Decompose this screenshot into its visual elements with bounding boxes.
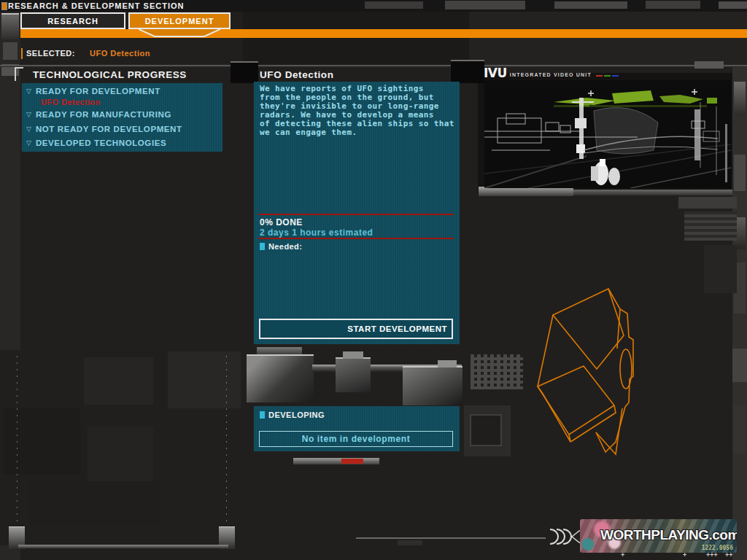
triangle-expand-icon[interactable]: ▽ [26, 112, 31, 118]
developing-empty-box: No item in development [259, 431, 453, 447]
bg-block [469, 12, 747, 66]
triangle-expand-icon[interactable]: ▽ [26, 88, 31, 95]
tab-research-label: RESEARCH [47, 17, 98, 26]
plus-mark-icon: ++ [725, 551, 733, 559]
section-icon [1, 2, 7, 10]
bg-block [398, 540, 422, 545]
divider-line [258, 238, 454, 239]
ivu-header: IVU INTEGRATED VIDEO UNIT [484, 66, 619, 79]
bg-machine [403, 366, 462, 405]
bg-junction [231, 61, 258, 83]
triangle-expand-icon[interactable]: ▽ [26, 126, 31, 133]
tree-group-not-ready-for-development[interactable]: ▽ NOT READY FOR DEVELOPMENT [26, 125, 182, 133]
detail-description: We have reports of UFO sightings from th… [260, 85, 455, 137]
divider-line [258, 214, 454, 215]
developing-panel: DEVELOPING No item in development [254, 406, 460, 451]
progress-done-text: 0% DONE [260, 217, 303, 228]
bg-dotted-line [226, 356, 227, 532]
bg-machine [247, 354, 314, 402]
bg-block [678, 197, 737, 209]
tab-research[interactable]: RESEARCH [20, 12, 125, 29]
bg-block [243, 12, 469, 66]
tree-group-ready-for-development[interactable]: ▽ READY FOR DEVELOPMENT [26, 87, 160, 96]
watermark-site: WORTHPLAYING.com [600, 527, 737, 543]
section-title: RESEARCH & DEVELOPMENT SECTION [8, 1, 184, 10]
bg-block [684, 211, 737, 241]
selected-label: SELECTED: [26, 49, 75, 58]
bg-block [734, 82, 746, 115]
start-development-button[interactable]: START DEVELOPMENT [259, 319, 453, 339]
bg-red-chip [341, 459, 363, 464]
bg-fitting [694, 61, 724, 69]
bg-machine [336, 357, 371, 392]
square-bullet-icon [260, 411, 265, 419]
bg-block [445, 1, 525, 9]
tree-group-label: NOT READY FOR DEVELOPMENT [36, 125, 182, 133]
developing-empty-message: No item in development [302, 434, 411, 444]
bg-block [168, 351, 241, 408]
bg-socket-inner [470, 414, 502, 446]
start-development-label: START DEVELOPMENT [347, 324, 447, 333]
bg-block [1, 13, 19, 39]
bg-block [734, 155, 746, 191]
tree-group-label: DEVELOPED TECHNOLOGIES [36, 139, 166, 147]
active-tab-notch [139, 29, 220, 37]
progress-estimate-text: 2 days 1 hours estimated [260, 228, 373, 238]
tree-group-ready-for-manufacturing[interactable]: ▽ READY FOR MANUFACTURING [26, 110, 171, 119]
bg-block [4, 408, 80, 474]
watermark: WORTHPLAYING.com 1222.0056 [580, 519, 737, 553]
needed-row: Needed: [260, 242, 302, 251]
bg-shelf [573, 190, 732, 195]
bg-block [29, 481, 160, 525]
square-bullet-icon [260, 243, 265, 250]
bg-block [704, 245, 737, 293]
bg-chip-grid [471, 354, 523, 389]
plus-mark-icon: + [621, 551, 624, 559]
bg-line [356, 537, 546, 539]
bg-block [365, 1, 423, 9]
rd-section-screen: RESEARCH & DEVELOPMENT SECTION RESEARCH … [0, 0, 747, 560]
selected-value[interactable]: UFO Detection [90, 49, 150, 58]
tab-development[interactable]: DEVELOPMENT [128, 12, 231, 29]
tech-tree-title: TECHNOLOGICAL PROGRESS [33, 69, 187, 80]
bg-junction [451, 60, 484, 83]
bg-block [646, 1, 700, 9]
ivu-label: INTEGRATED VIDEO UNIT [510, 72, 592, 77]
tech-tree-panel: ▽ READY FOR DEVELOPMENT UFO Detection ▽ … [22, 83, 222, 152]
bg-block [554, 1, 627, 9]
header-bracket [15, 67, 23, 81]
bg-block [734, 405, 746, 454]
bg-block [3, 42, 18, 60]
developing-row: DEVELOPING [260, 411, 325, 419]
needed-label: Needed: [268, 242, 302, 251]
wireframe-model [527, 283, 643, 465]
triangle-expand-icon[interactable]: ▽ [26, 140, 31, 147]
video-feed-graphic [484, 80, 731, 188]
bg-block [732, 349, 747, 382]
plus-mark-icon: +++ [706, 551, 718, 559]
bg-machine [343, 351, 363, 359]
bg-block [84, 357, 153, 405]
bg-block [719, 1, 747, 9]
bg-block [88, 427, 153, 481]
bg-machine [438, 360, 457, 368]
tree-item-ufo-detection[interactable]: UFO Detection [41, 98, 101, 106]
bg-dotted-line [17, 356, 18, 532]
tree-group-label: READY FOR MANUFACTURING [36, 110, 171, 119]
detail-title: UFO Detection [260, 69, 334, 80]
bg-bar [18, 545, 228, 548]
developing-label: DEVELOPING [268, 411, 325, 419]
detail-panel: We have reports of UFO sightings from th… [254, 82, 460, 344]
tab-development-label: DEVELOPMENT [145, 17, 214, 26]
watermark-number: 1222.0056 [702, 545, 733, 551]
bg-bar [293, 458, 379, 464]
plus-mark-icon: + [683, 551, 686, 559]
tree-group-label: READY FOR DEVELOPMENT [36, 87, 160, 96]
video-feed [484, 80, 731, 188]
ivu-logo: IVU [484, 67, 507, 79]
bg-horizontal-rule [0, 65, 747, 67]
accent-bar [20, 29, 747, 38]
tree-group-developed-technologies[interactable]: ▽ DEVELOPED TECHNOLOGIES [26, 139, 166, 147]
selected-tick [21, 48, 23, 59]
rgb-indicator-icon [596, 75, 619, 77]
